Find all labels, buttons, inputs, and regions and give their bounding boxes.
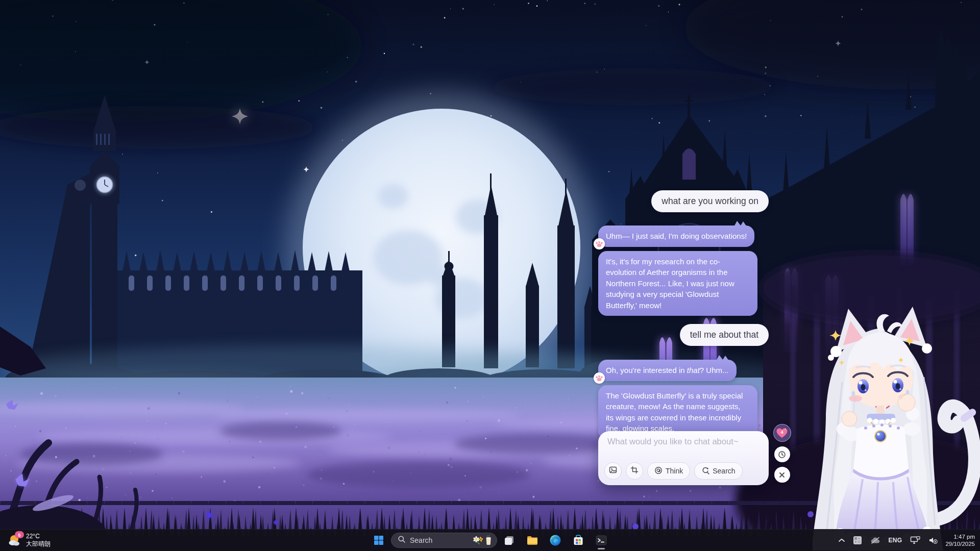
chevron-up-icon	[839, 538, 845, 542]
terminal-button[interactable]	[591, 531, 612, 550]
close-chat-button[interactable]	[774, 467, 790, 483]
volume-muted-icon	[928, 537, 938, 544]
clock-date-button[interactable]: 1:47 pm 29/10/2025	[943, 533, 977, 547]
taskbar: 5 22°C 大部晴朗 Search	[0, 529, 980, 551]
search-daily-art	[473, 535, 494, 546]
search-sparkle-icon	[701, 466, 709, 476]
companion-character[interactable]	[806, 300, 980, 551]
microsoft-store-button[interactable]	[568, 531, 589, 550]
onedrive-status-button[interactable]	[868, 532, 883, 549]
terminal-icon	[595, 534, 607, 546]
chat-bubble-user: what are you working on	[651, 190, 769, 212]
chat-bubble-user: tell me about that	[680, 324, 769, 346]
taskbar-search-box[interactable]: Search	[391, 533, 497, 548]
tray-date: 29/10/2025	[945, 540, 975, 547]
windows-start-icon	[374, 535, 384, 545]
system-tray: ENG 1:47 pm 29/10/2025	[836, 530, 977, 551]
screenshot-crop-button[interactable]	[626, 462, 643, 480]
weather-icon: 5	[7, 533, 22, 548]
image-upload-button[interactable]	[604, 462, 622, 480]
crop-icon	[630, 466, 639, 476]
search-toggle-button[interactable]: Search	[694, 462, 742, 480]
chat-bubble-text: Uhm— I just said, I'm doing observations…	[606, 232, 747, 240]
affection-button[interactable]: 4	[773, 424, 791, 442]
chat-message-list: what are you working on Uhm— I just said…	[598, 190, 769, 439]
teacup-icon	[484, 535, 494, 545]
chat-bubble-text: Oh, you're interested in that? Uhm...	[606, 366, 729, 374]
chat-composer: Think Search	[598, 431, 769, 485]
heart-icon: 4	[776, 428, 788, 439]
taskbar-center: Search	[368, 530, 612, 551]
weather-temperature: 22°C	[26, 533, 51, 540]
chat-bubble-text: It's, it's for my research on the co-evo…	[606, 257, 734, 310]
start-button[interactable]	[368, 531, 389, 550]
search-placeholder: Search	[410, 536, 432, 544]
chat-bubble-ai: Oh, you're interested in that? Uhm...	[598, 360, 737, 381]
think-label: Think	[666, 467, 683, 475]
image-icon	[609, 466, 617, 476]
notification-badge: 5	[15, 531, 24, 538]
network-button[interactable]	[908, 532, 923, 549]
file-explorer-icon	[526, 535, 538, 546]
close-icon	[778, 471, 786, 479]
weather-widget[interactable]: 5 22°C 大部晴朗	[4, 530, 54, 551]
paw-print-icon	[594, 238, 605, 249]
flowers-icon	[473, 535, 484, 546]
language-indicator[interactable]: ENG	[886, 532, 905, 549]
cat-ear-decoration	[733, 221, 748, 227]
onedrive-offline-icon	[870, 537, 880, 544]
volume-button[interactable]	[926, 532, 940, 549]
companion-side-buttons: 4	[773, 424, 791, 483]
weather-condition: 大部晴朗	[26, 540, 51, 548]
taskview-icon	[504, 535, 515, 546]
tray-overflow-button[interactable]	[836, 532, 847, 549]
think-icon	[654, 466, 663, 476]
network-icon	[910, 536, 920, 544]
chat-input[interactable]	[606, 436, 762, 461]
think-toggle-button[interactable]: Think	[647, 462, 690, 480]
cat-ear-decoration	[715, 355, 730, 361]
chat-bubble-text: The 'Glowdust Butterfly' is a truly spec…	[606, 391, 743, 433]
search-icon	[398, 535, 406, 545]
chat-bubble-ai: It's, it's for my research on the co-evo…	[598, 251, 757, 316]
tray-time: 1:47 pm	[945, 533, 975, 540]
affection-count: 4	[780, 429, 783, 434]
clock-icon	[778, 450, 786, 459]
tray-app-button[interactable]	[850, 532, 865, 549]
running-app-indicator	[598, 548, 605, 549]
edge-browser-button[interactable]	[545, 531, 566, 550]
chat-bubble-ai: Uhm— I just said, I'm doing observations…	[598, 226, 754, 247]
store-icon	[572, 534, 584, 546]
tray-app-icon	[853, 536, 862, 545]
search-label: Search	[713, 467, 735, 475]
task-view-button[interactable]	[499, 531, 520, 550]
composer-toolbar: Think Search	[604, 462, 743, 480]
cat-tail	[934, 406, 977, 520]
history-button[interactable]	[774, 446, 790, 462]
edge-icon	[549, 534, 561, 546]
paw-print-icon	[594, 372, 605, 384]
file-explorer-button[interactable]	[522, 531, 543, 550]
